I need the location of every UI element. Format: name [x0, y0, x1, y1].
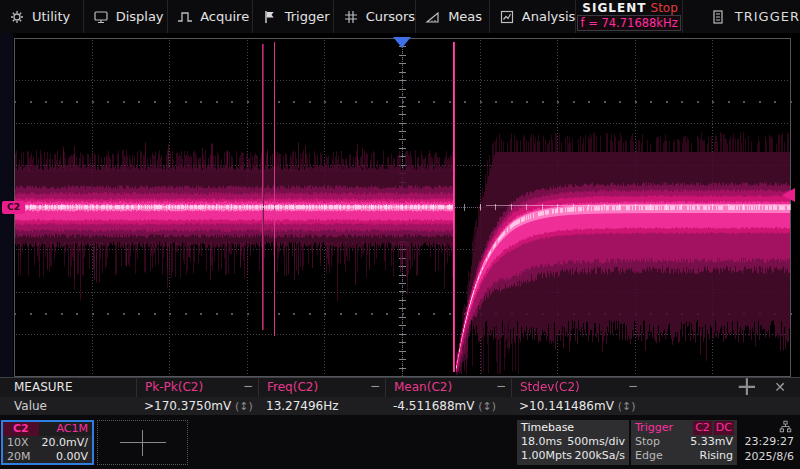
range-indicator-icon: (↕) — [618, 400, 636, 413]
measure-name-stdev: Stdev(C2) — [520, 380, 580, 394]
channel-offset: 0.00V — [56, 450, 88, 464]
trigger-level-marker[interactable] — [782, 188, 795, 202]
menu-trigger-label: Trigger — [285, 9, 330, 24]
measure-value-pkpk: >170.3750mV (↕) — [144, 399, 253, 413]
remove-measure-stdev-button[interactable]: − — [628, 379, 638, 393]
add-measure-button[interactable]: + — [733, 372, 761, 400]
measure-name-mean: Mean(C2) — [394, 380, 452, 394]
measure-value-row: Value >170.3750mV (↕) 13.27496Hz -4.5116… — [0, 397, 800, 416]
menu-cursors-label: Cursors — [366, 9, 416, 24]
measure-title: MEASURE — [14, 380, 72, 394]
status-strip: C2 AC1M 10X20.0mV/ 20M0.00V Timebase 18.… — [0, 415, 800, 469]
acquire-icon — [177, 9, 193, 25]
menu-utility-label: Utility — [32, 9, 70, 24]
measure-name-freq: Freq(C2) — [267, 380, 318, 394]
channel-coupling: AC1M — [39, 422, 92, 436]
channel-name: C2 — [3, 422, 39, 436]
list-icon — [711, 9, 725, 25]
timebase-title: Timebase — [517, 421, 629, 435]
plus-icon — [142, 430, 143, 456]
clock-block: 23:29:27 2025/8/6 — [736, 420, 794, 465]
menu-trigger[interactable]: Trigger — [253, 0, 334, 33]
menu-bar: Utility Display Acquire Trigger Cursors … — [0, 0, 800, 33]
active-panel-label: TRIGGER — [735, 9, 800, 24]
add-channel-slot[interactable] — [97, 420, 188, 465]
trigger-type: Edge — [635, 449, 663, 463]
trigger-state: Stop — [635, 435, 660, 449]
remove-measure-pkpk-button[interactable]: − — [243, 379, 253, 393]
menu-display[interactable]: Display — [84, 0, 169, 33]
flag-icon — [262, 9, 278, 25]
menu-analysis-label: Analysis — [522, 9, 576, 24]
measure-col-pkpk: Pk-Pk(C2) − — [136, 378, 259, 397]
menu-acquire[interactable]: Acquire — [168, 0, 253, 33]
measure-col-stdev: Stdev(C2) − — [511, 378, 644, 397]
trigger-level: 5.33mV — [690, 435, 733, 449]
timebase-descriptor[interactable]: Timebase 18.0ms500ms/div 1.00Mpts200kSa/… — [517, 420, 629, 465]
range-indicator-icon: (↕) — [478, 400, 496, 413]
timebase-samplerate: 200kSa/s — [574, 449, 625, 463]
clock-date: 2025/8/6 — [745, 450, 794, 463]
measure-value-mean: -4.511688mV (↕) — [393, 399, 496, 413]
measure-value-label: Value — [14, 399, 47, 413]
menu-meas-label: Meas — [448, 9, 482, 24]
channel-zero-marker[interactable]: C2 — [2, 201, 25, 214]
close-measure-button[interactable]: ✕ — [769, 379, 791, 395]
channel-probe: 10X — [7, 436, 29, 450]
menu-display-label: Display — [116, 9, 164, 24]
trigger-coupling-chip: DC — [714, 421, 734, 435]
remove-measure-freq-button[interactable]: − — [370, 379, 380, 393]
timebase-points: 1.00Mpts — [521, 449, 572, 463]
trigger-slope: Rising — [700, 449, 733, 463]
trigger-title: Trigger — [635, 421, 691, 435]
menu-meas[interactable]: Meas — [416, 0, 490, 33]
trigger-position-marker[interactable] — [393, 37, 411, 48]
channel2-descriptor[interactable]: C2 AC1M 10X20.0mV/ 20M0.00V — [1, 420, 94, 465]
remove-measure-mean-button[interactable]: − — [496, 379, 506, 393]
menu-utility[interactable]: Utility — [0, 0, 84, 33]
plus-icon — [120, 442, 166, 443]
measure-value-freq: 13.27496Hz — [266, 399, 339, 413]
trigger-source-chip: C2 — [693, 421, 712, 435]
ruler-icon — [425, 9, 441, 25]
measure-col-freq: Freq(C2) − — [258, 378, 386, 397]
gear-icon — [9, 9, 25, 25]
channel-scale: 20.0mV/ — [42, 436, 88, 450]
menu-cursors[interactable]: Cursors — [334, 0, 417, 33]
channel-bandwidth: 20M — [7, 450, 31, 464]
display-icon — [93, 9, 109, 25]
menu-analysis[interactable]: Analysis — [490, 0, 577, 33]
clock-time: 23:29:27 — [745, 435, 794, 448]
measure-bar: MEASURE Pk-Pk(C2) − Freq(C2) − Mean(C2) … — [0, 377, 800, 416]
acquisition-state[interactable]: Stop — [651, 1, 678, 15]
menu-acquire-label: Acquire — [200, 9, 249, 24]
active-panel-header: TRIGGER — [683, 0, 800, 33]
measure-name-pkpk: Pk-Pk(C2) — [145, 380, 203, 394]
range-indicator-icon: (↕) — [235, 400, 253, 413]
siglent-logo: SIGLENT — [582, 1, 646, 15]
measure-col-mean: Mean(C2) − — [385, 378, 512, 397]
lan-icon — [779, 420, 792, 433]
trigger-frequency-readout: f = 74.71688kHz — [577, 15, 680, 31]
measure-header-row: MEASURE Pk-Pk(C2) − Freq(C2) − Mean(C2) … — [0, 378, 800, 397]
timebase-scale: 500ms/div — [567, 435, 625, 449]
trigger-descriptor[interactable]: Trigger C2 DC Stop5.33mV EdgeRising — [631, 420, 737, 465]
cursors-icon — [343, 9, 359, 25]
analysis-icon — [499, 9, 515, 25]
brand-status-block: SIGLENT Stop f = 74.71688kHz — [576, 0, 682, 33]
timebase-delay: 18.0ms — [521, 435, 562, 449]
oscilloscope-screen: Utility Display Acquire Trigger Cursors … — [0, 0, 800, 469]
measure-value-stdev: >10.141486mV (↕) — [519, 399, 636, 413]
